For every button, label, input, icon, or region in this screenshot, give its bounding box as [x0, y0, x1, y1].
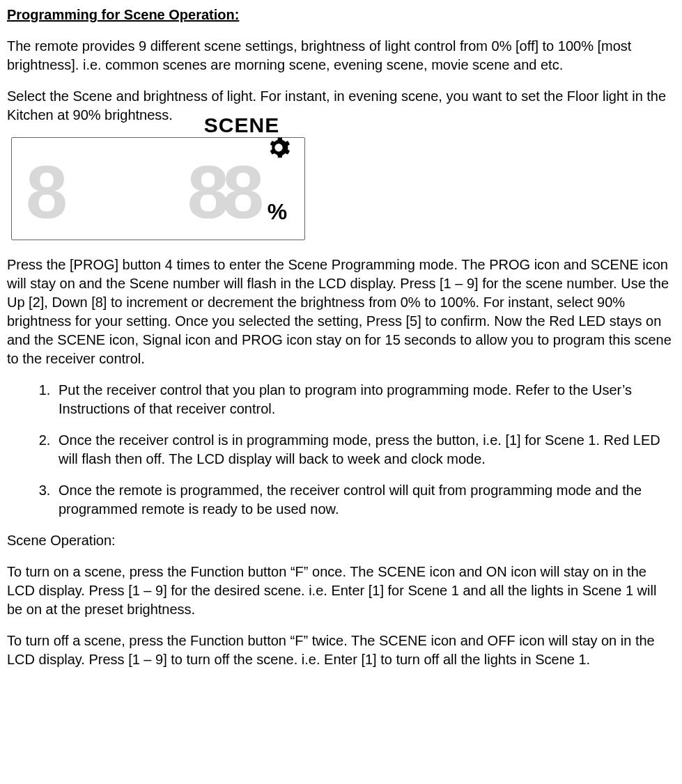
list-item: Once the remote is programmed, the recei… — [54, 481, 675, 519]
steps-list: Put the receiver control that you plan t… — [7, 381, 675, 519]
scene-off-paragraph: To turn off a scene, press the Function … — [7, 632, 675, 669]
lcd-display: 8 SCENE 88 % — [11, 137, 305, 240]
intro-paragraph-2: Select the Scene and brightness of light… — [7, 87, 675, 125]
intro-paragraph-1: The remote provides 9 different scene se… — [7, 37, 675, 75]
page-title: Programming for Scene Operation: — [7, 6, 675, 24]
lcd-left-digit: 8 — [26, 155, 61, 230]
scene-on-paragraph: To turn on a scene, press the Function b… — [7, 563, 675, 619]
list-item: Once the receiver control is in programm… — [54, 431, 675, 469]
lcd-right-digits: 88 — [187, 155, 257, 230]
list-item: Put the receiver control that you plan t… — [54, 381, 675, 418]
section-subheading: Scene Operation: — [7, 531, 675, 550]
instructions-paragraph: Press the [PROG] button 4 times to enter… — [7, 256, 675, 368]
gear-icon — [267, 136, 290, 159]
lcd-percent-icon: % — [268, 197, 287, 227]
